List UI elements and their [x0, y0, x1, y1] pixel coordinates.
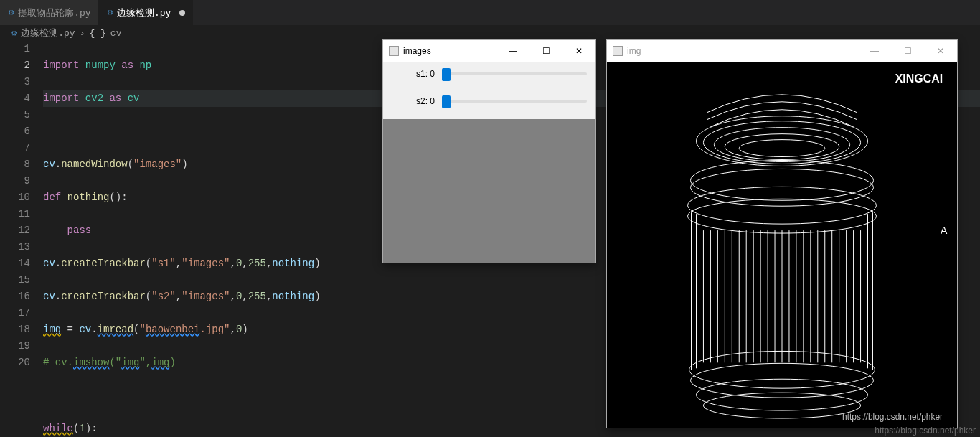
maximize-button[interactable]: ☐ [891, 40, 924, 62]
tab-bar: ⚙ 提取物品轮廓.py ⚙ 边缘检测.py [0, 0, 980, 25]
minimize-button[interactable]: — [496, 40, 529, 62]
window-title: images [403, 46, 431, 56]
breadcrumb-sep: › [80, 28, 85, 39]
window-title: img [627, 46, 641, 56]
breadcrumb-file: 边缘检测.py [21, 27, 75, 39]
python-icon: ⚙ [11, 28, 17, 39]
tab-label: 提取物品轮廓.py [18, 6, 90, 19]
window-titlebar[interactable]: images — ☐ ✕ [383, 40, 595, 62]
maximize-button[interactable]: ☐ [529, 40, 562, 62]
trackbar-panel: s1: 0 s2: 0 [383, 62, 595, 119]
breadcrumb-symbol: cv [110, 28, 122, 39]
image-watermark: XINGCAI [895, 72, 943, 85]
slider-thumb-icon[interactable] [442, 95, 451, 108]
trackbar-s2: s2: 0 [392, 96, 587, 106]
python-icon: ⚙ [9, 7, 14, 18]
app-icon [389, 46, 399, 56]
page-watermark: https://blog.csdn.net/phker [875, 426, 976, 436]
image-bottom-watermark: https://blog.csdn.net/phker [842, 412, 943, 422]
trackbar-slider-s1[interactable] [442, 72, 587, 75]
line-gutter: 1234567891011121314151617181920 [0, 41, 43, 437]
cv-images-window[interactable]: images — ☐ ✕ s1: 0 s2: 0 [382, 39, 596, 263]
canny-output-image: XINGCAI https://blog.csdn.net/phker A [607, 62, 957, 428]
close-button[interactable]: ✕ [562, 40, 595, 62]
slider-thumb-icon[interactable] [442, 68, 451, 81]
cv-img-window[interactable]: img — ☐ ✕ [606, 39, 958, 428]
close-button[interactable]: ✕ [924, 40, 957, 62]
trackbar-label: s2: 0 [392, 96, 435, 106]
cv-image-area [383, 119, 595, 263]
trackbar-slider-s2[interactable] [442, 100, 587, 103]
app-icon [613, 46, 623, 56]
marker-a: A [941, 225, 948, 236]
tab-extract-contours[interactable]: ⚙ 提取物品轮廓.py [0, 0, 99, 25]
python-icon: ⚙ [108, 7, 113, 18]
trackbar-s1: s1: 0 [392, 69, 587, 79]
trackbar-label: s1: 0 [392, 69, 435, 79]
minimize-button[interactable]: — [858, 40, 891, 62]
brace-icon: { } [89, 28, 105, 39]
tab-label: 边缘检测.py [117, 6, 171, 19]
modified-indicator-icon [179, 10, 185, 16]
edge-detection-svg: XINGCAI https://blog.csdn.net/phker A [607, 62, 957, 428]
tab-edge-detect[interactable]: ⚙ 边缘检测.py [99, 0, 194, 25]
window-titlebar[interactable]: img — ☐ ✕ [607, 40, 957, 62]
breadcrumb[interactable]: ⚙ 边缘检测.py › { } cv [0, 25, 980, 41]
